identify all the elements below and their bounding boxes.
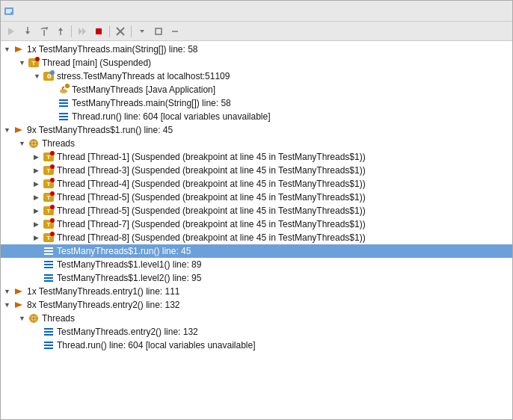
svg-marker-10 [58,28,63,31]
tree-item[interactable]: ▼ T Thread [main] (Suspended) [1,56,512,70]
maximize-button[interactable] [151,24,166,39]
disconnect-icon [115,26,126,37]
item-text: TestManyThreads.entry2() line: 132 [57,327,198,337]
svg-marker-71 [15,302,22,308]
view-menu-button[interactable] [135,24,150,39]
svg-marker-11 [79,28,82,35]
tree-item[interactable]: ▶ T Thread [Thread-5] (Suspended (breakp… [1,204,512,217]
svg-text:T: T [47,221,51,228]
title-bar [1,1,512,22]
tree-item[interactable]: ▶ T Thread [Thread-1] (Suspended (breakp… [1,150,512,164]
resume-icon [6,26,16,37]
step-over-button[interactable] [37,24,52,39]
step-into-icon [22,26,33,37]
svg-point-45 [50,164,55,169]
tree-content[interactable]: ▼1x TestManyThreads.main(String[]) line:… [1,41,512,419]
tree-item[interactable]: ▶ T Thread [Thread-5] (Suspended (breakp… [1,191,512,204]
expand-arrow[interactable]: ▶ [34,167,43,174]
svg-text:T: T [47,154,51,161]
tree-item[interactable]: ▼ Threads [1,312,512,325]
tree-item[interactable]: TestManyThreads$1.level2() line: 95 [1,271,512,285]
tree-item[interactable]: ▶ T Thread [Thread-8] (Suspended (breakp… [1,231,512,244]
step-over-icon [39,26,49,37]
tree-item[interactable]: TestManyThreads$1.level1() line: 89 [1,258,512,271]
svg-rect-17 [156,28,162,34]
svg-text:T: T [47,181,51,188]
item-text: stress.TestManyThreads at localhost:5110… [57,71,230,81]
step-into-button[interactable] [20,24,35,39]
svg-text:T: T [47,235,51,241]
terminate-button[interactable] [91,24,106,39]
disconnect-button[interactable] [113,24,128,39]
item-text: 9x TestManyThreads$1.run() line: 45 [27,125,173,135]
svg-point-51 [50,191,55,196]
item-text: Thread [Thread-5] (Suspended (breakpoint… [57,192,366,203]
tree-item[interactable]: ▼8x TestManyThreads.entry2() line: 132 [1,298,512,312]
tree-item[interactable]: ▼ Threads [1,137,512,150]
svg-marker-70 [15,288,22,294]
step-return-icon [55,26,66,37]
item-text: Thread.run() line: 604 [local variables … [57,340,255,350]
svg-marker-34 [15,127,22,133]
expand-arrow[interactable]: ▶ [34,207,43,214]
tree-item[interactable]: ▼9x TestManyThreads$1.run() line: 45 [1,123,512,137]
svg-text:⚙: ⚙ [46,73,52,80]
svg-point-48 [50,178,55,182]
tree-item[interactable]: ▼1x TestManyThreads.main(String[]) line:… [1,43,512,56]
item-text: Thread [Thread-1] (Suspended (breakpoint… [57,152,366,162]
svg-point-25 [50,70,55,75]
svg-text:T: T [47,194,51,201]
expand-arrow[interactable]: ▶ [34,153,43,161]
close-button[interactable] [20,10,25,12]
tree-item[interactable]: TestManyThreads$1.run() line: 45 [1,244,512,258]
expand-arrow[interactable]: ▶ [34,194,43,201]
item-text: TestManyThreads [Java Application] [72,84,215,95]
tree-item[interactable]: ▶ T Thread [Thread-3] (Suspended (breakp… [1,164,512,177]
expand-arrow[interactable]: ▼ [4,301,13,309]
svg-text:T: T [47,208,51,214]
tree-item[interactable]: Thread.run() line: 604 [local variables … [1,339,512,352]
resume-button[interactable] [4,24,19,39]
window-title [17,10,25,12]
tree-item[interactable]: TestManyThreads.main(String[]) line: 58 [1,96,512,110]
expand-arrow[interactable]: ▼ [19,315,28,322]
locations-window: ▼1x TestManyThreads.main(String[]) line:… [0,0,513,420]
tree-item[interactable]: ▼ ⚙ stress.TestManyThreads at localhost:… [1,70,512,83]
svg-rect-13 [96,28,102,34]
item-text: Thread [Thread-7] (Suspended (breakpoint… [57,219,366,229]
expand-arrow[interactable]: ▶ [34,220,43,228]
minimize-icon [171,28,179,35]
expand-arrow[interactable]: ▶ [34,180,43,188]
tree-item[interactable]: Thread.run() line: 604 [local variables … [1,110,512,123]
minimize-button[interactable] [168,24,182,39]
item-text: Threads [42,138,75,149]
svg-point-22 [35,57,40,61]
separator3 [131,25,132,37]
view-menu-icon [138,28,146,35]
tree-item[interactable]: ▼1x TestManyThreads.entry1() line: 111 [1,285,512,298]
step-return-button[interactable] [53,24,68,39]
expand-arrow[interactable]: ▼ [19,140,28,147]
expand-arrow[interactable]: ▼ [19,59,28,67]
separator1 [71,25,72,37]
expand-arrow[interactable]: ▼ [34,72,43,80]
tree-item[interactable]: ▶ T Thread [Thread-4] (Suspended (breakp… [1,177,512,191]
svg-point-57 [50,218,55,223]
tree-item[interactable]: TestManyThreads.entry2() line: 132 [1,325,512,339]
tree-item[interactable]: ▶ T Thread [Thread-7] (Suspended (breakp… [1,217,512,231]
expand-arrow[interactable]: ▼ [4,126,13,134]
svg-point-42 [50,151,55,155]
item-text: 8x TestManyThreads.entry2() line: 132 [27,300,180,310]
locations-icon [4,6,14,16]
expand-arrow[interactable]: ▶ [34,234,43,241]
item-text: Thread [Thread-5] (Suspended (breakpoint… [57,206,366,216]
expand-arrow[interactable]: ▼ [4,288,13,295]
toolbar [1,22,512,41]
expand-arrow[interactable]: ▼ [4,46,13,53]
svg-marker-16 [140,30,144,33]
maximize-icon [155,28,162,35]
svg-marker-19 [15,46,22,52]
resume-all-button[interactable] [75,24,90,39]
tree-item[interactable]: TestManyThreads [Java Application] [1,83,512,96]
item-text: Thread [Thread-4] (Suspended (breakpoint… [57,179,366,189]
